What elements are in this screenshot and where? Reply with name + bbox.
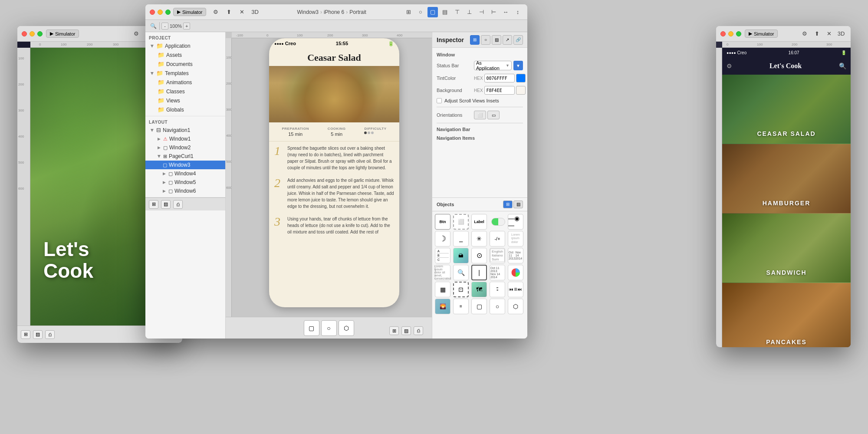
add-share-btn[interactable]: ⎙ xyxy=(173,200,183,209)
obj-detailcell[interactable]: Oct 11 2013 Nov 14 2014 xyxy=(508,248,523,263)
add-frame-btn[interactable]: ⊞ xyxy=(389,326,399,335)
window-icon-main[interactable]: ▢ xyxy=(427,7,438,17)
obj-switch[interactable]: ☽ xyxy=(435,231,450,247)
export-btn[interactable]: ⎙ xyxy=(414,326,423,335)
settings-icon-right[interactable]: ⚙ xyxy=(799,29,810,39)
obj-line[interactable]: ⎯ xyxy=(453,231,469,247)
bg-hex-field[interactable]: HEX F8F4EE xyxy=(474,86,526,95)
align3-icon[interactable]: ⊣ xyxy=(476,7,487,17)
play-btn-main[interactable]: ▶ Simulator xyxy=(173,8,206,16)
sidebar-item-animations[interactable]: 📁 Animations xyxy=(145,78,225,87)
settings-icon-left[interactable]: ⚙ xyxy=(131,29,141,39)
obj-button[interactable]: Btn xyxy=(435,214,450,230)
close-btn-right[interactable] xyxy=(720,31,726,36)
add-img-btn[interactable]: ▨ xyxy=(161,200,171,209)
cursor-icon-right[interactable]: ✕ xyxy=(824,29,834,39)
sidebar-item-window4[interactable]: ▶ ▢ Window4 xyxy=(145,169,225,178)
cursor-icon-main[interactable]: ✕ xyxy=(237,7,247,17)
inspector-tab-4[interactable]: ↗ xyxy=(503,35,512,45)
obj-stepper[interactable]: -/+ xyxy=(490,231,505,247)
obj-textfield[interactable]: ⬜ xyxy=(453,214,469,230)
obj-view-list-btn[interactable]: ▨ xyxy=(513,201,523,208)
obj-textview[interactable]: Loremipsumdolor xyxy=(508,231,523,247)
status-bar-select[interactable]: As Application ▼ xyxy=(474,61,512,70)
search-btn[interactable]: 🔍 xyxy=(149,22,158,30)
3d-btn-main[interactable]: 3D xyxy=(250,7,260,17)
add-btn-left[interactable]: ⊞ xyxy=(21,330,30,339)
sidebar-item-views[interactable]: 📁 Views xyxy=(145,96,225,105)
sidebar-item-classes[interactable]: 📁 Classes xyxy=(145,87,225,96)
zoom-out-btn[interactable]: - xyxy=(161,23,168,30)
zoom-in-btn[interactable]: + xyxy=(183,23,190,30)
obj-toggle[interactable] xyxy=(491,218,505,226)
right-menu-item-sandwich[interactable]: SANDWICH xyxy=(722,214,851,283)
inspector-tab-5[interactable]: 🔗 xyxy=(513,35,523,45)
obj-hexagon[interactable]: ⬡ xyxy=(508,299,523,314)
sidebar-item-window5[interactable]: ▶ ▢ Window5 xyxy=(145,178,225,187)
bg-color-swatch[interactable] xyxy=(516,86,526,95)
obj-textinput[interactable]: EnglishItalianoSum xyxy=(490,248,505,263)
sidebar-item-assets[interactable]: 📁 Assets xyxy=(145,50,225,59)
inspector-tab-1[interactable]: ⊞ xyxy=(470,35,480,45)
align1-icon[interactable]: ⊤ xyxy=(452,7,462,17)
obj-spinner[interactable]: ✳ xyxy=(471,231,487,247)
inspector-tab-3[interactable]: ▨ xyxy=(492,35,501,45)
scroll-insets-checkbox[interactable] xyxy=(437,98,442,103)
obj-stepper2[interactable]: ≡ xyxy=(453,299,469,314)
img-btn-left[interactable]: ▨ xyxy=(33,330,43,339)
obj-placeholder[interactable]: Loremipsumdolor sitamet,consecrated xyxy=(435,265,450,280)
obj-cursor[interactable]: | xyxy=(471,265,487,280)
status-bar-value[interactable]: As Application ▼ ▼ xyxy=(474,61,523,70)
align2-icon[interactable]: ⊥ xyxy=(464,7,474,17)
tint-hex-input[interactable]: 0076FFFF xyxy=(484,74,515,82)
obj-table[interactable]: A B C xyxy=(435,248,450,263)
settings-icon-main[interactable]: ⚙ xyxy=(210,7,221,17)
tint-hex-field[interactable]: HEX 0076FFFF xyxy=(474,74,526,82)
obj-piechart[interactable] xyxy=(508,265,523,280)
obj-mediaplayer[interactable]: ⏮⏸⏭ xyxy=(508,282,523,297)
inspector-tab-2[interactable]: ○ xyxy=(481,35,490,45)
align6-icon[interactable]: ↕ xyxy=(513,7,523,17)
close-btn-main[interactable] xyxy=(150,10,155,15)
minimize-btn-right[interactable] xyxy=(728,31,733,36)
3d-btn-right[interactable]: 3D xyxy=(836,29,846,39)
grid-icon-main[interactable]: ⊞ xyxy=(403,7,414,17)
sidebar-item-nav1[interactable]: ▶ ⊟ Navigation1 xyxy=(145,125,225,135)
obj-datepicker[interactable]: Oct 11 2013Nov 14 2014 xyxy=(490,265,505,280)
tint-color-swatch[interactable] xyxy=(516,74,526,82)
obj-rectangle[interactable]: ▢ xyxy=(471,299,487,314)
sidebar-item-window3[interactable]: ▢ Window3 xyxy=(145,161,225,169)
circle-shape-btn[interactable]: ○ xyxy=(321,320,337,336)
obj-selection[interactable]: ⊡ xyxy=(453,282,469,297)
play-btn-left[interactable]: ▶ Simulator xyxy=(46,30,79,38)
sidebar-item-window1[interactable]: ▶ ⚠ Window1 xyxy=(145,135,225,143)
maximize-btn-left[interactable] xyxy=(37,31,43,36)
obj-webview[interactable]: ≡ xyxy=(490,282,505,297)
rect-shape-btn[interactable]: ▢ xyxy=(304,320,319,336)
circle-icon-main[interactable]: ○ xyxy=(415,7,426,17)
obj-search[interactable]: 🔍 xyxy=(453,265,469,280)
sidebar-item-globals[interactable]: 📁 Globals xyxy=(145,105,225,114)
obj-carousel[interactable]: 🌄 xyxy=(435,299,450,314)
sidebar-item-window2[interactable]: ▶ ▢ Window2 xyxy=(145,143,225,152)
maximize-btn-right[interactable] xyxy=(736,31,741,36)
obj-view-grid-btn[interactable]: ⊞ xyxy=(503,201,513,208)
dropdown-btn[interactable]: ▼ xyxy=(513,61,523,70)
obj-gridview[interactable]: ▦ xyxy=(435,282,450,297)
right-menu-item-burger[interactable]: HAMBURGER xyxy=(722,144,851,214)
add-media-btn[interactable]: ▨ xyxy=(401,326,411,335)
orientation-portrait-btn[interactable]: ⬜ xyxy=(474,111,486,119)
hex-shape-btn[interactable]: ⬡ xyxy=(339,320,354,336)
share-btn-left[interactable]: ⎙ xyxy=(45,330,55,339)
layout-icon-main[interactable]: ▤ xyxy=(440,7,450,17)
sidebar-item-documents[interactable]: 📁 Documents xyxy=(145,59,225,69)
bg-hex-input[interactable]: F8F4EE xyxy=(484,86,515,95)
minimize-btn-main[interactable] xyxy=(158,10,163,15)
play-btn-right[interactable]: ▶ Simulator xyxy=(745,30,778,38)
obj-imageview[interactable]: 🏔 xyxy=(453,248,469,263)
sidebar-item-application[interactable]: ▶ 📁 Application xyxy=(145,41,225,50)
right-menu-item-pancakes[interactable]: PANCAKES xyxy=(722,283,851,347)
align4-icon[interactable]: ⊢ xyxy=(488,7,499,17)
obj-compass[interactable]: ⊙ xyxy=(471,248,487,263)
minimize-btn-left[interactable] xyxy=(30,31,35,36)
